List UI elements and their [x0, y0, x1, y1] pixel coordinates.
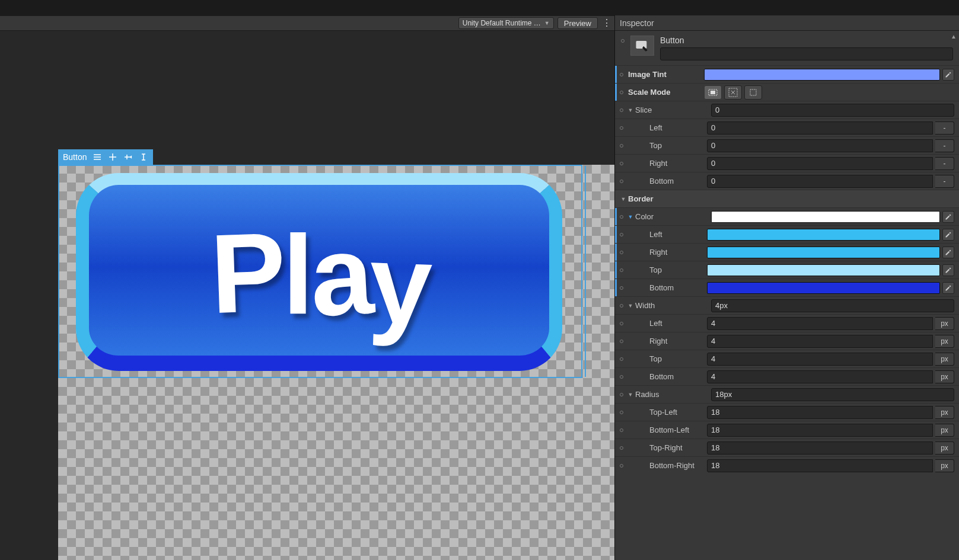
top-strip — [0, 0, 959, 15]
preview-button[interactable]: Preview — [557, 17, 598, 29]
record-dot-icon[interactable] — [620, 304, 623, 308]
row-border-color: ▼ Color — [615, 207, 959, 225]
border-color-left-label: Left — [639, 230, 707, 239]
row-image-tint: Image Tint — [615, 65, 959, 83]
theme-dropdown[interactable]: Unity Default Runtime … ▼ — [458, 17, 554, 29]
row-border-width: ▼ Width 4px — [615, 296, 959, 314]
record-dot-icon[interactable] — [620, 393, 623, 396]
border-color-swatch[interactable] — [711, 211, 940, 223]
border-color-right-swatch[interactable] — [707, 247, 940, 258]
align-horizontal-icon[interactable] — [123, 152, 133, 162]
unit-suffix[interactable]: - — [935, 139, 954, 152]
slice-left-input[interactable]: 0 — [707, 121, 933, 135]
unit-suffix[interactable]: - — [935, 121, 954, 135]
unit-suffix[interactable]: px — [935, 370, 954, 383]
eyedropper-icon[interactable] — [942, 247, 954, 258]
border-width-top-label: Top — [639, 354, 707, 363]
row-border-width-left: Left 4px — [615, 314, 959, 332]
foldout-icon[interactable]: ▼ — [627, 107, 634, 113]
unit-suffix[interactable]: px — [935, 424, 954, 437]
slice-label: Slice — [634, 105, 711, 114]
record-dot-icon[interactable] — [620, 375, 623, 379]
record-dot-icon[interactable] — [620, 428, 623, 432]
radius-br-input[interactable]: 18 — [707, 459, 933, 472]
foldout-icon[interactable]: ▼ — [627, 214, 634, 220]
slice-bottom-input[interactable]: 0 — [707, 175, 933, 188]
slice-input[interactable]: 0 — [711, 104, 954, 117]
unit-suffix[interactable]: - — [935, 175, 954, 188]
slice-right-input[interactable]: 0 — [707, 157, 933, 170]
border-color-left-swatch[interactable] — [707, 229, 940, 241]
radius-tr-input[interactable]: 18 — [707, 441, 933, 455]
row-slice-bottom: Bottom 0- — [615, 172, 959, 190]
radius-bl-input[interactable]: 18 — [707, 424, 933, 437]
record-dot-icon[interactable] — [620, 286, 623, 290]
unit-suffix[interactable]: px — [935, 441, 954, 455]
unit-suffix[interactable]: px — [935, 335, 954, 348]
record-dot-icon[interactable] — [620, 108, 623, 112]
border-label: Border — [627, 194, 704, 203]
record-dot-icon[interactable] — [620, 233, 623, 236]
eyedropper-icon[interactable] — [942, 229, 954, 241]
row-radius-tl: Top-Left 18px — [615, 403, 959, 421]
record-dot-icon[interactable] — [620, 357, 623, 361]
align-lines-icon[interactable] — [93, 152, 102, 162]
record-dot-icon[interactable] — [620, 162, 623, 165]
image-tint-swatch[interactable] — [704, 69, 940, 81]
border-width-input[interactable]: 4px — [711, 299, 954, 312]
row-radius-tr: Top-Right 18px — [615, 439, 959, 456]
record-dot-icon[interactable] — [620, 251, 623, 254]
align-vertical-icon[interactable] — [108, 152, 117, 162]
foldout-icon[interactable]: ▼ — [627, 303, 634, 309]
border-width-left-input[interactable]: 4 — [707, 317, 933, 330]
selection-bounds[interactable]: Play — [58, 165, 582, 378]
record-dot-icon[interactable] — [620, 322, 623, 325]
border-radius-input[interactable]: 18px — [711, 388, 954, 401]
kebab-menu-icon[interactable]: ⋮ — [601, 17, 612, 29]
unit-suffix[interactable]: px — [935, 406, 954, 419]
unit-suffix[interactable]: - — [935, 157, 954, 170]
border-width-top-input[interactable]: 4 — [707, 353, 933, 366]
record-dot-icon[interactable] — [620, 144, 623, 148]
record-dot-icon[interactable] — [620, 340, 623, 343]
canvas-area[interactable]: Button Play — [0, 31, 614, 560]
record-dot-icon[interactable] — [620, 215, 623, 219]
record-dot-icon[interactable] — [620, 446, 623, 450]
record-dot-icon[interactable] — [620, 73, 623, 76]
eyedropper-icon[interactable] — [942, 282, 954, 294]
unit-suffix[interactable]: px — [935, 459, 954, 472]
radius-tl-label: Top-Left — [639, 408, 707, 417]
scroll-up-icon[interactable]: ▲ — [950, 32, 958, 40]
radius-tl-input[interactable]: 18 — [707, 406, 933, 419]
record-dot-icon[interactable] — [620, 411, 623, 414]
element-name-input[interactable] — [660, 47, 953, 60]
foldout-icon[interactable]: ▼ — [627, 392, 634, 398]
eyedropper-icon[interactable] — [942, 211, 954, 223]
border-color-bottom-swatch[interactable] — [707, 282, 940, 294]
record-dot-icon[interactable] — [621, 39, 625, 43]
border-width-right-input[interactable]: 4 — [707, 335, 933, 348]
record-dot-icon[interactable] — [620, 464, 623, 468]
record-dot-icon[interactable] — [620, 180, 623, 183]
row-radius-br: Bottom-Right 18px — [615, 456, 959, 474]
scale-mode-crop-button[interactable] — [744, 85, 762, 100]
text-cursor-icon[interactable] — [139, 152, 148, 162]
eyedropper-icon[interactable] — [942, 69, 954, 81]
eyedropper-icon[interactable] — [942, 264, 954, 276]
border-width-bottom-input[interactable]: 4 — [707, 370, 933, 383]
record-dot-icon[interactable] — [620, 126, 623, 130]
border-color-top-swatch[interactable] — [707, 264, 940, 276]
unit-suffix[interactable]: px — [935, 317, 954, 330]
border-width-left-label: Left — [639, 319, 707, 328]
slice-left-label: Left — [639, 123, 707, 132]
scale-mode-fit-button[interactable] — [724, 85, 742, 100]
record-dot-icon[interactable] — [620, 268, 623, 272]
unit-suffix[interactable]: px — [935, 353, 954, 366]
selection-header[interactable]: Button — [58, 149, 153, 165]
border-radius-label: Radius — [634, 390, 711, 399]
scale-mode-stretch-button[interactable] — [704, 85, 722, 100]
record-dot-icon[interactable] — [620, 91, 623, 94]
slice-top-input[interactable]: 0 — [707, 139, 933, 152]
foldout-icon[interactable]: ▼ — [620, 196, 627, 202]
row-border-color-left: Left — [615, 225, 959, 243]
